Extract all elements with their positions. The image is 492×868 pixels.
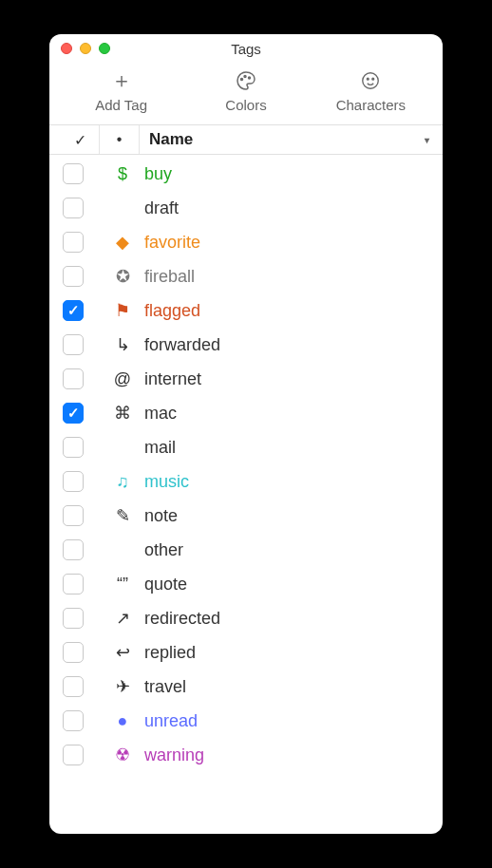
tag-name: redirected	[139, 609, 220, 629]
radiation-icon: ☢	[106, 745, 139, 765]
dot-icon: ●	[106, 711, 139, 731]
tag-row[interactable]: “”quote	[63, 567, 429, 601]
tag-name: internet	[139, 369, 201, 389]
colors-label: Colors	[225, 97, 266, 113]
smiley-icon	[360, 68, 381, 93]
characters-button[interactable]: Characters	[318, 68, 423, 113]
palette-icon	[235, 68, 257, 93]
tag-checkbox[interactable]	[63, 334, 84, 355]
tag-name: draft	[139, 198, 179, 218]
tag-row[interactable]: ↗redirected	[63, 601, 429, 635]
tag-checkbox[interactable]	[63, 266, 84, 287]
tag-name: mac	[139, 404, 177, 424]
tag-row[interactable]: ↳forwarded	[63, 328, 429, 362]
tag-row[interactable]: other	[63, 533, 429, 567]
tag-row[interactable]: ⌘mac	[63, 396, 429, 430]
airplane-icon: ✈	[106, 676, 139, 697]
tag-checkbox[interactable]	[63, 574, 84, 594]
tag-list[interactable]: $buydraft◆favorite✪fireball⚑flagged↳forw…	[49, 155, 443, 834]
tag-checkbox[interactable]	[63, 608, 84, 629]
quote-icon: “”	[106, 575, 139, 594]
tag-name: mail	[139, 438, 176, 458]
tag-checkbox[interactable]	[63, 539, 84, 560]
colors-button[interactable]: Colors	[194, 68, 298, 113]
svg-point-3	[363, 73, 379, 89]
toolbar: ＋ Add Tag Colors	[49, 63, 443, 124]
reply-arrow-icon: ↩	[106, 642, 139, 663]
tag-row[interactable]: mail	[63, 430, 429, 464]
tag-checkbox[interactable]	[63, 642, 84, 663]
tag-row[interactable]: ✈travel	[63, 670, 429, 704]
tag-name: note	[139, 506, 178, 526]
tag-row[interactable]: ●unread	[63, 704, 429, 738]
tag-row[interactable]: draft	[63, 191, 429, 225]
add-tag-label: Add Tag	[95, 97, 147, 113]
tag-name: quote	[139, 575, 187, 594]
music-icon: ♫	[106, 472, 139, 492]
svg-point-4	[368, 78, 369, 80]
svg-point-1	[244, 76, 246, 78]
column-header-row: ✓ • Name ▾	[49, 124, 443, 155]
star-badge-icon: ✪	[106, 266, 139, 287]
characters-label: Characters	[336, 97, 406, 113]
tag-row[interactable]: ⚑flagged	[63, 293, 429, 328]
tag-name: replied	[139, 643, 196, 663]
tag-checkbox[interactable]	[63, 163, 84, 184]
add-tag-button[interactable]: ＋ Add Tag	[69, 68, 174, 113]
column-header-icon[interactable]: •	[99, 125, 139, 154]
diamond-icon: ◆	[106, 232, 139, 253]
tag-checkbox[interactable]	[63, 471, 84, 492]
tag-row[interactable]: ☢warning	[63, 738, 429, 772]
titlebar: Tags	[49, 34, 443, 63]
tag-checkbox[interactable]	[63, 505, 84, 526]
zoom-button[interactable]	[99, 43, 110, 54]
pencil-icon: ✎	[106, 505, 139, 526]
dollar-icon: $	[106, 164, 139, 184]
tag-checkbox[interactable]	[63, 368, 84, 389]
tag-row[interactable]: ♫music	[63, 464, 429, 499]
tag-row[interactable]: $buy	[63, 157, 429, 191]
tag-name: warning	[139, 745, 204, 765]
tags-window: Tags ＋ Add Tag Colors	[49, 34, 443, 834]
column-header-name[interactable]: Name ▾	[139, 125, 435, 154]
column-header-name-label: Name	[149, 130, 193, 149]
tag-name: buy	[139, 164, 172, 184]
tag-checkbox[interactable]	[63, 745, 84, 765]
tag-checkbox[interactable]	[63, 232, 84, 253]
forward-arrow-icon: ↳	[106, 334, 139, 355]
sort-indicator-icon: ▾	[425, 135, 435, 145]
tag-row[interactable]: ↩replied	[63, 635, 429, 670]
redirect-arrow-icon: ↗	[106, 608, 139, 629]
plus-icon: ＋	[111, 68, 132, 93]
command-icon: ⌘	[106, 403, 139, 424]
svg-point-2	[248, 77, 250, 79]
tag-row[interactable]: ◆favorite	[63, 225, 429, 259]
tag-row[interactable]: ✪fireball	[63, 259, 429, 293]
tag-name: unread	[139, 711, 198, 731]
tag-checkbox[interactable]	[63, 198, 84, 218]
tag-name: travel	[139, 677, 186, 697]
tag-name: other	[139, 540, 183, 560]
tag-name: forwarded	[139, 335, 220, 355]
minimize-button[interactable]	[80, 43, 91, 54]
tag-name: music	[139, 472, 189, 492]
svg-point-0	[240, 79, 242, 81]
tag-name: fireball	[139, 267, 195, 287]
tag-checkbox[interactable]	[63, 300, 84, 321]
tag-row[interactable]: ✎note	[63, 499, 429, 533]
column-header-check[interactable]: ✓	[61, 131, 99, 149]
at-icon: @	[106, 369, 139, 389]
flag-icon: ⚑	[106, 300, 139, 321]
tag-checkbox[interactable]	[63, 676, 84, 697]
svg-point-5	[372, 78, 374, 80]
tag-checkbox[interactable]	[63, 403, 84, 424]
tag-checkbox[interactable]	[63, 710, 84, 731]
tag-checkbox[interactable]	[63, 437, 84, 458]
traffic-lights	[61, 43, 110, 54]
tag-name: favorite	[139, 233, 200, 253]
tag-name: flagged	[139, 301, 200, 321]
close-button[interactable]	[61, 43, 72, 54]
tag-row[interactable]: @internet	[63, 362, 429, 396]
